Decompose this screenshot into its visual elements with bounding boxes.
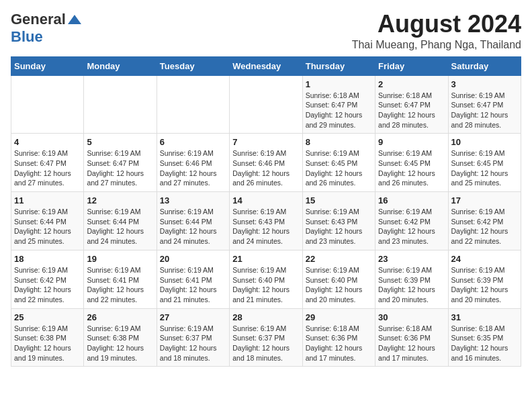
- calendar-cell: 17Sunrise: 6:19 AMSunset: 6:42 PMDayligh…: [448, 192, 521, 250]
- day-info: Sunrise: 6:19 AMSunset: 6:47 PMDaylight:…: [451, 91, 518, 130]
- day-info: Sunrise: 6:19 AMSunset: 6:44 PMDaylight:…: [14, 207, 81, 246]
- calendar-cell: [157, 75, 229, 134]
- calendar-cell: 15Sunrise: 6:19 AMSunset: 6:43 PMDayligh…: [302, 192, 375, 250]
- title-area: August 2024 Thai Mueang, Phang Nga, Thai…: [352, 11, 521, 51]
- day-number: 25: [14, 312, 81, 322]
- day-info: Sunrise: 6:18 AMSunset: 6:36 PMDaylight:…: [378, 324, 445, 363]
- day-info: Sunrise: 6:19 AMSunset: 6:45 PMDaylight:…: [378, 148, 445, 188]
- day-info: Sunrise: 6:19 AMSunset: 6:40 PMDaylight:…: [306, 265, 372, 305]
- calendar-cell: 31Sunrise: 6:18 AMSunset: 6:35 PMDayligh…: [448, 308, 521, 367]
- day-info: Sunrise: 6:19 AMSunset: 6:37 PMDaylight:…: [232, 324, 299, 363]
- day-number: 17: [451, 195, 518, 205]
- day-info: Sunrise: 6:19 AMSunset: 6:44 PMDaylight:…: [160, 207, 226, 246]
- calendar-cell: 27Sunrise: 6:19 AMSunset: 6:37 PMDayligh…: [157, 308, 229, 367]
- calendar-cell: 6Sunrise: 6:19 AMSunset: 6:46 PMDaylight…: [157, 134, 229, 192]
- month-year-title: August 2024: [352, 11, 521, 38]
- calendar-week-row: 25Sunrise: 6:19 AMSunset: 6:38 PMDayligh…: [11, 308, 521, 367]
- day-number: 6: [160, 137, 226, 147]
- header: General Blue August 2024 Thai Mueang, Ph…: [11, 11, 521, 51]
- day-info: Sunrise: 6:19 AMSunset: 6:41 PMDaylight:…: [160, 265, 226, 305]
- day-info: Sunrise: 6:18 AMSunset: 6:47 PMDaylight:…: [378, 91, 445, 130]
- calendar-week-row: 11Sunrise: 6:19 AMSunset: 6:44 PMDayligh…: [11, 192, 521, 250]
- day-number: 24: [451, 254, 518, 264]
- day-info: Sunrise: 6:19 AMSunset: 6:41 PMDaylight:…: [87, 265, 153, 305]
- calendar-week-row: 1Sunrise: 6:18 AMSunset: 6:47 PMDaylight…: [11, 75, 521, 134]
- day-number: 29: [306, 312, 372, 322]
- calendar-week-row: 18Sunrise: 6:19 AMSunset: 6:42 PMDayligh…: [11, 250, 521, 308]
- calendar-cell: [230, 75, 302, 134]
- day-info: Sunrise: 6:18 AMSunset: 6:36 PMDaylight:…: [306, 324, 372, 363]
- weekday-header-thursday: Thursday: [302, 56, 375, 75]
- day-number: 20: [160, 254, 226, 264]
- calendar-cell: 28Sunrise: 6:19 AMSunset: 6:37 PMDayligh…: [230, 308, 302, 367]
- day-number: 2: [378, 79, 445, 89]
- calendar-cell: 4Sunrise: 6:19 AMSunset: 6:47 PMDaylight…: [11, 134, 84, 192]
- day-number: 14: [232, 195, 299, 205]
- day-info: Sunrise: 6:18 AMSunset: 6:47 PMDaylight:…: [306, 91, 372, 130]
- day-info: Sunrise: 6:19 AMSunset: 6:46 PMDaylight:…: [160, 148, 226, 188]
- day-number: 30: [378, 312, 445, 322]
- calendar-cell: 26Sunrise: 6:19 AMSunset: 6:38 PMDayligh…: [84, 308, 157, 367]
- day-info: Sunrise: 6:19 AMSunset: 6:44 PMDaylight:…: [87, 207, 153, 246]
- weekday-header-sunday: Sunday: [11, 56, 84, 75]
- calendar-cell: [84, 75, 157, 134]
- calendar-cell: 18Sunrise: 6:19 AMSunset: 6:42 PMDayligh…: [11, 250, 84, 308]
- day-info: Sunrise: 6:19 AMSunset: 6:38 PMDaylight:…: [87, 324, 153, 363]
- day-info: Sunrise: 6:18 AMSunset: 6:35 PMDaylight:…: [451, 324, 518, 363]
- weekday-header-row: SundayMondayTuesdayWednesdayThursdayFrid…: [11, 56, 521, 75]
- day-number: 26: [87, 312, 153, 322]
- day-number: 12: [87, 195, 153, 205]
- calendar-week-row: 4Sunrise: 6:19 AMSunset: 6:47 PMDaylight…: [11, 134, 521, 192]
- weekday-header-tuesday: Tuesday: [157, 56, 229, 75]
- day-info: Sunrise: 6:19 AMSunset: 6:42 PMDaylight:…: [378, 207, 445, 246]
- calendar-cell: 10Sunrise: 6:19 AMSunset: 6:45 PMDayligh…: [448, 134, 521, 192]
- calendar-cell: 19Sunrise: 6:19 AMSunset: 6:41 PMDayligh…: [84, 250, 157, 308]
- day-info: Sunrise: 6:19 AMSunset: 6:43 PMDaylight:…: [232, 207, 299, 246]
- day-number: 18: [14, 254, 81, 264]
- calendar-cell: 25Sunrise: 6:19 AMSunset: 6:38 PMDayligh…: [11, 308, 84, 367]
- calendar-cell: 23Sunrise: 6:19 AMSunset: 6:39 PMDayligh…: [375, 250, 448, 308]
- day-info: Sunrise: 6:19 AMSunset: 6:43 PMDaylight:…: [306, 207, 372, 246]
- logo: General Blue: [11, 11, 81, 46]
- day-number: 19: [87, 254, 153, 264]
- logo-blue-text: Blue: [11, 28, 43, 46]
- calendar-cell: 11Sunrise: 6:19 AMSunset: 6:44 PMDayligh…: [11, 192, 84, 250]
- day-number: 1: [306, 79, 372, 89]
- calendar-cell: 8Sunrise: 6:19 AMSunset: 6:45 PMDaylight…: [302, 134, 375, 192]
- day-number: 16: [378, 195, 445, 205]
- day-info: Sunrise: 6:19 AMSunset: 6:42 PMDaylight:…: [451, 207, 518, 246]
- calendar-cell: 14Sunrise: 6:19 AMSunset: 6:43 PMDayligh…: [230, 192, 302, 250]
- day-number: 22: [306, 254, 372, 264]
- calendar-cell: 13Sunrise: 6:19 AMSunset: 6:44 PMDayligh…: [157, 192, 229, 250]
- day-info: Sunrise: 6:19 AMSunset: 6:40 PMDaylight:…: [232, 265, 299, 305]
- calendar-cell: 24Sunrise: 6:19 AMSunset: 6:39 PMDayligh…: [448, 250, 521, 308]
- day-number: 31: [451, 312, 518, 322]
- day-number: 7: [232, 137, 299, 147]
- calendar-cell: 9Sunrise: 6:19 AMSunset: 6:45 PMDaylight…: [375, 134, 448, 192]
- calendar-cell: 1Sunrise: 6:18 AMSunset: 6:47 PMDaylight…: [302, 75, 375, 134]
- day-info: Sunrise: 6:19 AMSunset: 6:47 PMDaylight:…: [87, 148, 153, 188]
- day-number: 8: [306, 137, 372, 147]
- day-number: 27: [160, 312, 226, 322]
- calendar-cell: 3Sunrise: 6:19 AMSunset: 6:47 PMDaylight…: [448, 75, 521, 134]
- logo-general-text: General: [11, 11, 66, 28]
- calendar-cell: 22Sunrise: 6:19 AMSunset: 6:40 PMDayligh…: [302, 250, 375, 308]
- day-number: 23: [378, 254, 445, 264]
- calendar-cell: [11, 75, 84, 134]
- day-number: 13: [160, 195, 226, 205]
- location-subtitle: Thai Mueang, Phang Nga, Thailand: [352, 39, 521, 51]
- weekday-header-monday: Monday: [84, 56, 157, 75]
- calendar-table: SundayMondayTuesdayWednesdayThursdayFrid…: [11, 56, 521, 367]
- day-number: 4: [14, 137, 81, 147]
- calendar-cell: 29Sunrise: 6:18 AMSunset: 6:36 PMDayligh…: [302, 308, 375, 367]
- weekday-header-saturday: Saturday: [448, 56, 521, 75]
- day-info: Sunrise: 6:19 AMSunset: 6:39 PMDaylight:…: [378, 265, 445, 305]
- calendar-cell: 2Sunrise: 6:18 AMSunset: 6:47 PMDaylight…: [375, 75, 448, 134]
- day-info: Sunrise: 6:19 AMSunset: 6:45 PMDaylight:…: [306, 148, 372, 188]
- day-number: 15: [306, 195, 372, 205]
- day-info: Sunrise: 6:19 AMSunset: 6:39 PMDaylight:…: [451, 265, 518, 305]
- day-info: Sunrise: 6:19 AMSunset: 6:42 PMDaylight:…: [14, 265, 81, 305]
- weekday-header-wednesday: Wednesday: [230, 56, 302, 75]
- calendar-cell: 7Sunrise: 6:19 AMSunset: 6:46 PMDaylight…: [230, 134, 302, 192]
- day-number: 3: [451, 79, 518, 89]
